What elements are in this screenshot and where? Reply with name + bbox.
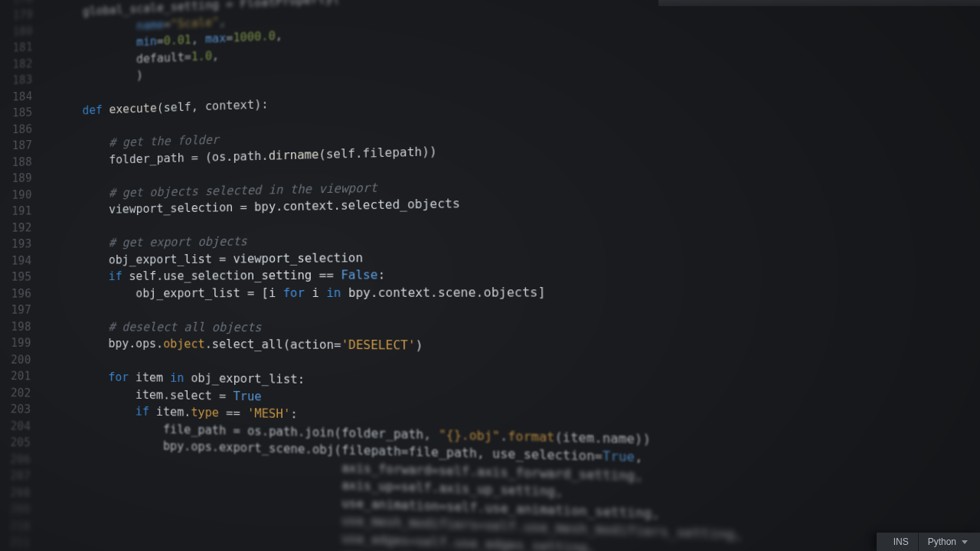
code-token: 1000.0 bbox=[233, 28, 275, 44]
code-token: ) bbox=[416, 337, 423, 353]
line-number: 182 bbox=[0, 55, 33, 73]
code-token: [i bbox=[254, 285, 283, 300]
code-token: obj_export_list bbox=[55, 285, 247, 300]
line-number: 208 bbox=[0, 483, 31, 501]
code-token: , bbox=[219, 14, 226, 28]
code-token: bpy.context.scene.objects] bbox=[341, 284, 545, 299]
code-token: max bbox=[205, 31, 226, 46]
line-number: 189 bbox=[0, 170, 32, 187]
line-number: 195 bbox=[0, 269, 31, 285]
code-token: , bbox=[212, 48, 219, 63]
code-token: False bbox=[341, 267, 377, 282]
code-token: (item.name)) bbox=[554, 429, 651, 447]
code-token: # deselect all objects bbox=[109, 319, 262, 334]
line-number: 180 bbox=[0, 23, 33, 41]
line-number: 204 bbox=[0, 417, 31, 435]
line-number-gutter: 1771781791801811821831841851861871881891… bbox=[0, 0, 41, 551]
line-number: 200 bbox=[0, 351, 31, 368]
code-token: == bbox=[219, 406, 247, 421]
code-token: (self.filepath)) bbox=[318, 143, 436, 161]
line-number: 206 bbox=[0, 450, 31, 468]
code-token bbox=[334, 268, 341, 282]
code-token bbox=[54, 403, 136, 418]
code-token bbox=[54, 369, 108, 383]
line-number: 187 bbox=[0, 137, 32, 155]
code-area[interactable]: default='Y', ) global_scale_setting = Fl… bbox=[38, 0, 980, 551]
code-token: viewport_selection bbox=[55, 200, 240, 217]
line-number: 193 bbox=[0, 236, 32, 253]
code-token: , bbox=[635, 449, 643, 465]
line-number: 186 bbox=[0, 121, 32, 139]
code-token: bpy.ops. bbox=[54, 336, 163, 350]
code-token: . bbox=[500, 428, 508, 443]
line-number: 203 bbox=[0, 400, 31, 418]
perspective-wrapper: 1771781791801811821831841851861871881891… bbox=[0, 0, 980, 551]
code-token: = bbox=[247, 285, 254, 300]
code-token: = bbox=[219, 251, 226, 266]
code-token bbox=[56, 87, 63, 101]
code-token bbox=[56, 135, 109, 151]
line-number: 211 bbox=[0, 533, 31, 551]
code-token: 'MESH' bbox=[247, 406, 290, 421]
code-token: if bbox=[136, 404, 149, 419]
code-token: def bbox=[82, 103, 102, 117]
code-token: os.path.join(folder_path, bbox=[240, 423, 439, 442]
code-token: self.use_selection_setting bbox=[122, 268, 319, 283]
code-token: "{}.obj" bbox=[439, 427, 500, 443]
code-token bbox=[56, 35, 136, 53]
code-token: type bbox=[191, 405, 219, 420]
code-token: , bbox=[276, 28, 283, 43]
code-token: (os.path. bbox=[198, 148, 269, 164]
status-language-label: Python bbox=[928, 536, 956, 547]
line-number: 183 bbox=[0, 72, 33, 90]
code-token: min bbox=[136, 34, 157, 49]
code-token: # get the folder bbox=[109, 132, 219, 150]
code-token: execute bbox=[109, 101, 157, 117]
code-token bbox=[56, 18, 136, 36]
status-insert-mode-label: INS bbox=[893, 536, 909, 547]
code-token: 'DESELECT' bbox=[341, 337, 416, 353]
code-line bbox=[55, 301, 980, 321]
code-token bbox=[55, 220, 62, 233]
code-token: : bbox=[290, 406, 297, 421]
code-token: if bbox=[109, 269, 122, 283]
line-number: 188 bbox=[0, 154, 32, 171]
line-number: 209 bbox=[0, 500, 31, 518]
code-token: object bbox=[163, 336, 205, 350]
status-insert-mode[interactable]: INS bbox=[884, 533, 918, 551]
code-token: = bbox=[157, 34, 164, 48]
line-number: 194 bbox=[0, 253, 31, 269]
line-number: 202 bbox=[0, 384, 31, 402]
code-token: : bbox=[377, 267, 385, 282]
code-token: in bbox=[170, 370, 184, 385]
line-number: 191 bbox=[0, 203, 32, 220]
status-bar: INS Python bbox=[877, 533, 980, 551]
line-number: 198 bbox=[0, 318, 31, 335]
code-token: (self, context): bbox=[157, 96, 269, 115]
line-number: 185 bbox=[0, 104, 33, 122]
code-token: True bbox=[603, 448, 635, 465]
line-number: 199 bbox=[0, 334, 31, 351]
code-token: .select_all(action= bbox=[205, 337, 341, 352]
code-token: for bbox=[108, 370, 129, 384]
status-language-selector[interactable]: Python bbox=[918, 533, 977, 551]
code-token: , bbox=[191, 31, 205, 46]
code-token: folder_path bbox=[55, 150, 191, 168]
code-token bbox=[55, 185, 109, 201]
code-editor[interactable]: 1771781791801811821831841851861871881891… bbox=[0, 0, 980, 551]
code-token: in bbox=[326, 285, 341, 299]
code-token: file_path bbox=[54, 419, 234, 438]
line-number: 210 bbox=[0, 517, 31, 535]
code-token: item bbox=[129, 370, 170, 384]
code-token: True bbox=[233, 388, 261, 403]
line-number: 205 bbox=[0, 434, 31, 452]
code-token: # get export objects bbox=[109, 234, 247, 250]
code-token: = bbox=[185, 49, 191, 64]
code-token: == bbox=[319, 268, 334, 282]
code-token: "Scale" bbox=[171, 15, 219, 31]
line-number: 192 bbox=[0, 220, 32, 236]
code-token: = bbox=[164, 17, 171, 31]
line-number: 190 bbox=[0, 187, 32, 204]
code-token: 1.0 bbox=[191, 48, 212, 64]
code-token: = bbox=[240, 200, 247, 214]
